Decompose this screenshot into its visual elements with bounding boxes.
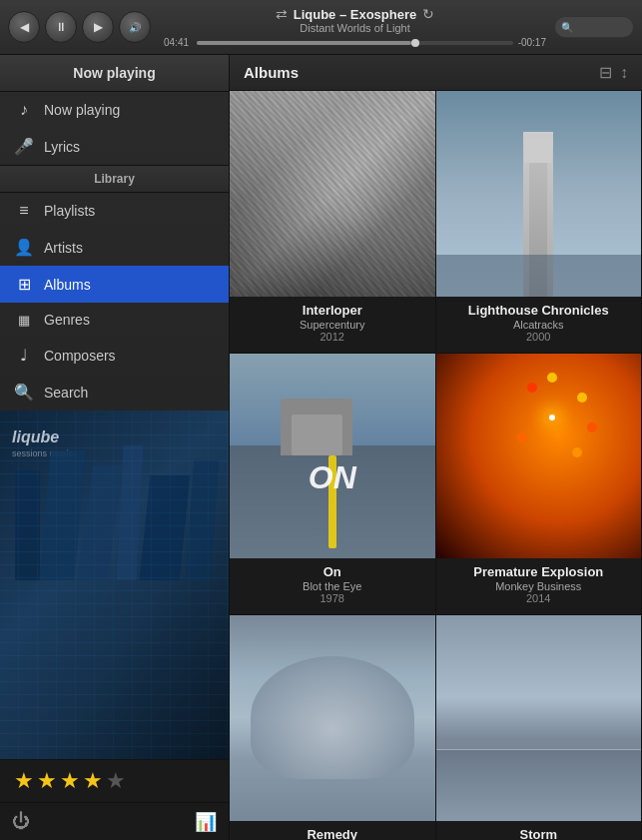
album-year-on: 1978 <box>238 592 427 604</box>
album-info-premature: Premature Explosion Monkey Business 2014 <box>436 558 642 614</box>
time-elapsed: 04:41 <box>164 37 192 48</box>
sidebar-bottom-bar: ⏻ 📊 <box>0 802 229 840</box>
content-header: Albums ⊟ ↕ <box>230 55 642 91</box>
stars-row: ★ ★ ★ ★ ★ <box>0 759 229 802</box>
star-1[interactable]: ★ <box>14 768 34 794</box>
sidebar-album-art: liqube sessions music <box>0 411 229 759</box>
album-art-lighthouse <box>436 91 642 297</box>
pause-button[interactable]: ⏸ <box>45 11 77 43</box>
album-cell-on[interactable]: On Blot the Eye 1978 <box>230 354 436 616</box>
star-4[interactable]: ★ <box>83 768 103 794</box>
album-thumb-lighthouse <box>436 91 642 297</box>
album-name-premature: Premature Explosion <box>444 564 634 579</box>
star-2[interactable]: ★ <box>37 768 57 794</box>
sidebar: Now playing ♪ Now playing 🎤 Lyrics Libra… <box>0 55 230 840</box>
search-box-top[interactable]: 🔍 <box>554 16 634 38</box>
sidebar-label-now-playing: Now playing <box>44 102 120 118</box>
album-artist-interloper: Supercentury <box>238 319 427 331</box>
genres-icon: ▦ <box>14 313 34 328</box>
star-3[interactable]: ★ <box>60 768 80 794</box>
album-name-on: On <box>238 564 427 579</box>
album-name-remedy: Remedy <box>238 827 427 841</box>
album-art-interloper <box>230 91 435 297</box>
album-cell-remedy[interactable]: Remedy Trematode 2011 <box>230 615 436 840</box>
albums-icon: ⊞ <box>14 275 34 294</box>
album-artist-premature: Monkey Business <box>444 580 634 592</box>
track-title-area: ⇄ Liqube – Exosphere ↻ <box>276 6 435 22</box>
composers-icon: ♩ <box>14 346 34 365</box>
sidebar-item-albums[interactable]: ⊞ Albums <box>0 266 229 303</box>
main: Now playing ♪ Now playing 🎤 Lyrics Libra… <box>0 55 642 840</box>
track-info: ⇄ Liqube – Exosphere ↻ Distant Worlds of… <box>164 6 546 48</box>
content-title: Albums <box>244 64 299 81</box>
album-art-storm <box>436 615 642 821</box>
album-cell-interloper[interactable]: Interloper Supercentury 2012 <box>230 91 436 354</box>
album-thumb-storm <box>436 615 642 821</box>
album-year-lighthouse: 2000 <box>444 331 634 343</box>
album-info-remedy: Remedy Trematode 2011 <box>230 821 435 841</box>
time-remaining: -00:17 <box>518 37 546 48</box>
sidebar-label-lyrics: Lyrics <box>44 139 80 155</box>
album-art-remedy <box>230 615 435 821</box>
star-5[interactable]: ★ <box>106 768 126 794</box>
volume-button[interactable]: 🔊 <box>119 11 151 43</box>
sidebar-label-search: Search <box>44 385 88 401</box>
track-name: Liqube – Exosphere <box>294 7 417 22</box>
power-icon[interactable]: ⏻ <box>12 811 30 832</box>
progress-fill <box>197 41 411 45</box>
album-artist-on: Blot the Eye <box>238 580 427 592</box>
prev-button[interactable]: ◀ <box>8 11 40 43</box>
album-year-interloper: 2012 <box>238 331 427 343</box>
sidebar-item-artists[interactable]: 👤 Artists <box>0 229 229 266</box>
progress-bar[interactable] <box>197 41 513 45</box>
sidebar-item-search[interactable]: 🔍 Search <box>0 374 229 411</box>
sidebar-label-playlists: Playlists <box>44 203 95 219</box>
sidebar-label-composers: Composers <box>44 348 116 364</box>
album-info-on: On Blot the Eye 1978 <box>230 558 435 614</box>
album-artist-lighthouse: Alcatracks <box>444 319 634 331</box>
album-art-on <box>230 354 435 559</box>
music-icon: ♪ <box>14 101 34 119</box>
next-button[interactable]: ▶ <box>82 11 114 43</box>
album-thumb-interloper <box>230 91 435 297</box>
album-art-premature <box>436 354 642 559</box>
album-cell-storm[interactable]: Storm Moody 2009 <box>436 615 643 840</box>
lyrics-icon: 🎤 <box>14 137 34 156</box>
progress-row: 04:41 -00:17 <box>164 37 546 48</box>
albums-grid: Interloper Supercentury 2012 Lighthouse … <box>230 91 642 840</box>
sidebar-item-genres[interactable]: ▦ Genres <box>0 303 229 337</box>
progress-dot <box>411 39 419 47</box>
equalizer-icon[interactable]: 📊 <box>195 811 217 833</box>
album-cell-premature[interactable]: Premature Explosion Monkey Business 2014 <box>436 354 643 616</box>
album-info-storm: Storm Moody 2009 <box>436 821 642 841</box>
sidebar-label-albums: Albums <box>44 277 91 293</box>
album-thumb-on <box>230 354 435 559</box>
sidebar-item-composers[interactable]: ♩ Composers <box>0 337 229 374</box>
album-name-storm: Storm <box>444 827 634 841</box>
album-name-lighthouse: Lighthouse Chronicles <box>444 303 634 318</box>
library-header: Library <box>0 165 229 193</box>
sidebar-item-playlists[interactable]: ≡ Playlists <box>0 193 229 229</box>
sort-icon[interactable]: ↕ <box>620 64 628 82</box>
playlists-icon: ≡ <box>14 202 34 220</box>
search-icon-top: 🔍 <box>561 22 573 33</box>
sidebar-item-now-playing[interactable]: ♪ Now playing <box>0 92 229 128</box>
list-view-icon[interactable]: ⊟ <box>599 63 612 82</box>
album-thumb-remedy <box>230 615 435 821</box>
sidebar-item-lyrics[interactable]: 🎤 Lyrics <box>0 128 229 165</box>
sidebar-now-playing-header: Now playing <box>0 55 229 92</box>
sidebar-label-artists: Artists <box>44 240 83 256</box>
album-thumb-premature <box>436 354 642 559</box>
artists-icon: 👤 <box>14 238 34 257</box>
shuffle-icon[interactable]: ⇄ <box>276 6 288 22</box>
track-album: Distant Worlds of Light <box>300 22 409 34</box>
album-info-interloper: Interloper Supercentury 2012 <box>230 297 435 353</box>
search-icon-sidebar: 🔍 <box>14 383 34 402</box>
album-year-premature: 2014 <box>444 592 634 604</box>
liqube-album-cover: liqube sessions music <box>0 411 229 759</box>
album-info-lighthouse: Lighthouse Chronicles Alcatracks 2000 <box>436 297 642 353</box>
sidebar-label-genres: Genres <box>44 312 90 328</box>
repeat-icon[interactable]: ↻ <box>422 6 434 22</box>
album-cell-lighthouse[interactable]: Lighthouse Chronicles Alcatracks 2000 <box>436 91 643 354</box>
content-area: Albums ⊟ ↕ Interloper Supercentury 2012 <box>230 55 642 840</box>
